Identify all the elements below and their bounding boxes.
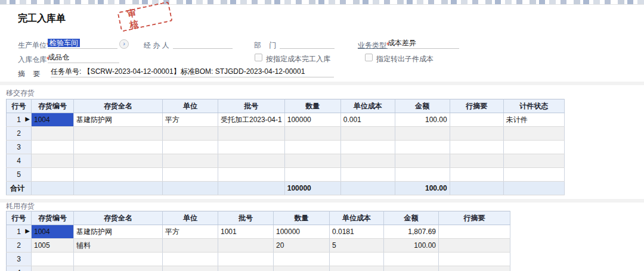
cell-cost[interactable]	[340, 141, 395, 154]
cell-amount[interactable]	[384, 253, 439, 266]
cell-qty[interactable]	[284, 168, 340, 182]
cell-batch[interactable]	[218, 266, 274, 271]
cell-code[interactable]: 1005	[32, 239, 74, 253]
cell-cost[interactable]	[340, 154, 395, 168]
selected-cell[interactable]: 1004	[32, 225, 74, 239]
cell-pstatus[interactable]: 未计件	[503, 113, 564, 127]
cell-pstatus[interactable]	[503, 141, 564, 154]
cell-rsum[interactable]	[439, 253, 510, 266]
row-number-cell[interactable]: 1▶	[7, 113, 32, 127]
consume-table: 行号存货编号存货全名单位批号数量单位成本金额行摘要1▶1004基建防护网平方10…	[6, 211, 510, 271]
cell-unit[interactable]	[163, 266, 218, 271]
cell-name[interactable]: 辅料	[74, 239, 163, 253]
cell-batch[interactable]	[218, 127, 285, 141]
cell-cost[interactable]	[330, 253, 384, 266]
cell-name[interactable]	[74, 253, 163, 266]
cell-amount[interactable]	[395, 141, 450, 154]
cell-amount[interactable]	[395, 127, 450, 141]
cell-rsum[interactable]	[450, 154, 503, 168]
cell-rsum[interactable]	[450, 127, 503, 141]
cell-amount[interactable]: 100.00	[395, 113, 450, 127]
cell-unit[interactable]	[163, 168, 218, 182]
cell-rsum[interactable]	[450, 141, 503, 154]
cell-qty[interactable]: 100000	[274, 225, 330, 239]
cell-unit[interactable]	[163, 239, 218, 253]
cell-cost[interactable]: 0.0181	[330, 225, 384, 239]
active-row-indicator: ▶	[25, 116, 30, 122]
cell-rsum[interactable]	[439, 225, 510, 239]
row-number-cell[interactable]: 5	[7, 168, 32, 182]
cell-rsum[interactable]	[450, 113, 503, 127]
cell-amount[interactable]	[395, 168, 450, 182]
cell-name[interactable]	[74, 127, 163, 141]
cell-qty[interactable]: 20	[274, 239, 330, 253]
row-number-cell[interactable]: 1▶	[7, 225, 32, 239]
cell-rsum[interactable]	[439, 239, 510, 253]
cell-cost[interactable]	[340, 168, 395, 182]
row-number-cell[interactable]: 3	[7, 253, 32, 266]
cell-batch[interactable]	[218, 141, 285, 154]
cell-cost[interactable]: 5	[330, 239, 384, 253]
cell-cost[interactable]: 0.001	[340, 113, 395, 127]
cell-qty[interactable]	[274, 253, 330, 266]
cell-unit[interactable]	[163, 154, 218, 168]
row-number-cell[interactable]: 2	[7, 239, 32, 253]
summary-field[interactable]: 任务单号: 【SCRW-2023-04-12-00001】标准BOM: STJG…	[51, 67, 334, 77]
reference-lookup-icon[interactable]: ›	[119, 39, 129, 49]
cell-name[interactable]: 基建防护网	[74, 113, 163, 127]
cell-batch[interactable]	[218, 154, 285, 168]
cell-qty[interactable]	[274, 266, 330, 271]
cell-code[interactable]	[32, 127, 74, 141]
cell-qty[interactable]	[284, 141, 340, 154]
cell-amount[interactable]: 100.00	[384, 239, 439, 253]
cell-cost[interactable]	[330, 266, 384, 271]
business-type-label[interactable]: 业务类型*	[358, 41, 389, 51]
cell-name[interactable]	[74, 141, 163, 154]
business-type-field[interactable]: 成本差异	[388, 38, 459, 49]
cell-cost[interactable]	[340, 127, 395, 141]
department-field[interactable]	[280, 38, 335, 49]
cell-amount[interactable]: 1,807.69	[384, 225, 439, 239]
cell-pstatus[interactable]	[503, 127, 564, 141]
cell-name[interactable]	[74, 154, 163, 168]
column-header-code: 存货编号	[32, 99, 74, 113]
cell-code[interactable]	[32, 141, 74, 154]
cell-amount[interactable]	[384, 266, 439, 271]
assigned-cost-checkbox[interactable]	[255, 54, 262, 61]
row-number-cell[interactable]: 4	[7, 154, 32, 168]
warehouse-field[interactable]: 成品仓	[48, 52, 119, 63]
cell-name[interactable]	[74, 168, 163, 182]
row-number-cell[interactable]: 4	[7, 266, 32, 271]
cell-unit[interactable]: 平方	[163, 113, 218, 127]
cell-code[interactable]	[32, 154, 74, 168]
cell-code[interactable]	[32, 253, 74, 266]
cell-batch[interactable]	[218, 168, 285, 182]
row-number-cell[interactable]: 3	[7, 141, 32, 154]
cell-unit[interactable]	[163, 253, 218, 266]
row-number-cell[interactable]: 2	[7, 127, 32, 141]
cell-pstatus[interactable]	[503, 154, 564, 168]
column-header-cost: 单位成本	[340, 99, 395, 113]
cell-batch[interactable]: 受托加工2023-04-1	[218, 113, 285, 127]
cell-pstatus[interactable]	[503, 168, 564, 182]
cell-qty[interactable]: 100000	[284, 113, 340, 127]
cell-qty[interactable]	[284, 154, 340, 168]
cell-amount[interactable]	[395, 154, 450, 168]
cell-batch[interactable]: 1001	[218, 225, 274, 239]
cell-rsum[interactable]	[450, 168, 503, 182]
selected-cell[interactable]: 1004	[32, 113, 74, 127]
handler-field[interactable]	[173, 38, 233, 49]
cell-batch[interactable]	[218, 253, 274, 266]
cell-unit[interactable]	[163, 141, 218, 154]
cell-code[interactable]	[32, 266, 74, 271]
cell-name[interactable]	[74, 266, 163, 271]
cell-qty[interactable]	[284, 127, 340, 141]
cell-rsum[interactable]	[439, 266, 510, 271]
cell-code[interactable]	[32, 168, 74, 182]
production-unit-field[interactable]: 检验车间	[48, 38, 117, 49]
cell-unit[interactable]	[163, 127, 218, 141]
cell-name[interactable]: 基建防护网	[74, 225, 163, 239]
cell-batch[interactable]	[218, 239, 274, 253]
cell-unit[interactable]: 平方	[163, 225, 218, 239]
subpart-cost-checkbox[interactable]	[365, 54, 373, 61]
